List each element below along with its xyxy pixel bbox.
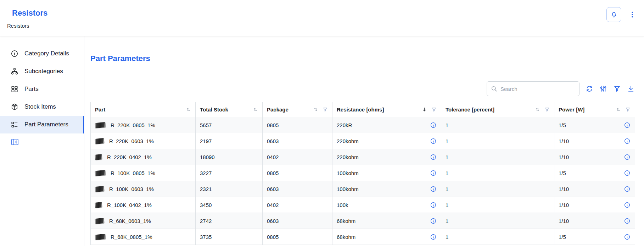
power-info-button[interactable] — [624, 154, 631, 160]
resistance-info-button[interactable] — [430, 154, 437, 160]
breadcrumb[interactable]: Resistors — [7, 23, 47, 29]
notifications-button[interactable] — [606, 7, 621, 22]
part-name: R_68K_0805_1% — [111, 234, 152, 240]
refresh-button[interactable] — [586, 85, 593, 93]
table-row[interactable]: R_68K_0805_1% 3735 0805 68kohm 1 1/5 — [91, 229, 635, 245]
resistance-info-button[interactable] — [430, 218, 437, 224]
resistance-cell: 100k — [332, 197, 441, 213]
sort-icon[interactable] — [313, 107, 318, 112]
tolerance-cell: 1 — [441, 213, 554, 229]
part-name: R_220K_0805_1% — [111, 122, 155, 128]
resistance-cell: 220kohm — [332, 149, 441, 165]
search-input[interactable] — [500, 86, 576, 92]
power-info-button[interactable] — [624, 122, 631, 129]
sidebar-item-stock-items[interactable]: Stock Items — [0, 98, 84, 116]
power-info-button[interactable] — [624, 186, 631, 192]
table-row[interactable]: R_220K_0402_1% 18090 0402 220kohm 1 1/10 — [91, 149, 635, 165]
info-icon — [624, 234, 631, 240]
package-cell: 0805 — [263, 229, 332, 245]
package-cell: 0603 — [263, 213, 332, 229]
column-filter-icon[interactable] — [431, 107, 437, 112]
tolerance-cell: 1 — [441, 197, 554, 213]
search-box[interactable] — [487, 81, 579, 96]
column-header-total-stock[interactable]: Total Stock — [196, 102, 263, 117]
tolerance-cell: 1 — [441, 149, 554, 165]
part-thumbnail — [95, 234, 106, 240]
info-icon — [624, 186, 631, 192]
power-cell: 1/10 — [554, 149, 635, 165]
sort-icon[interactable] — [186, 107, 191, 112]
power-info-button[interactable] — [624, 202, 631, 208]
overflow-menu-button[interactable] — [628, 11, 636, 18]
column-header-tolerance[interactable]: Tolerance [percent] — [441, 102, 554, 117]
part-thumbnail — [95, 122, 106, 128]
part-thumbnail — [95, 138, 104, 144]
info-circle-icon — [11, 50, 18, 58]
sidebar-item-parts[interactable]: Parts — [0, 80, 84, 98]
sort-descending-icon[interactable] — [422, 107, 427, 112]
column-filter-icon[interactable] — [323, 107, 328, 112]
download-button[interactable] — [627, 85, 635, 93]
filter-button[interactable] — [613, 85, 621, 93]
sort-icon[interactable] — [616, 107, 621, 112]
sort-icon[interactable] — [535, 107, 540, 112]
resistance-info-button[interactable] — [430, 138, 437, 144]
resistance-info-button[interactable] — [430, 122, 437, 129]
column-header-power[interactable]: Power [W] — [554, 102, 635, 117]
sort-icon[interactable] — [253, 107, 258, 112]
table-row[interactable]: R_68K_0603_1% 2742 0603 68kohm 1 1/10 — [91, 213, 635, 229]
info-icon — [430, 218, 437, 224]
column-header-resistance[interactable]: Resistance [ohms] — [332, 102, 441, 117]
resistance-cell: 220kohm — [332, 133, 441, 149]
info-icon — [430, 122, 437, 129]
tolerance-cell: 1 — [441, 133, 554, 149]
table-row[interactable]: R_100K_0603_1% 2321 0603 100kohm 1 1/10 — [91, 181, 635, 197]
column-settings-button[interactable] — [599, 85, 607, 93]
power-info-button[interactable] — [624, 234, 631, 240]
total-stock-cell: 3735 — [196, 229, 263, 245]
sidebar-collapse-button[interactable] — [11, 138, 19, 147]
sidebar-item-label: Part Parameters — [24, 121, 68, 128]
resistance-cell: 68kohm — [332, 213, 441, 229]
sidebar: Category Details Subcategories Parts Sto… — [0, 36, 84, 246]
tolerance-cell: 1 — [441, 117, 554, 133]
power-info-button[interactable] — [624, 218, 631, 224]
part-name: R_220K_0603_1% — [109, 138, 154, 144]
section-title: Part Parameters — [90, 54, 635, 63]
page-title: Resistors — [12, 9, 47, 18]
grid-icon — [11, 85, 18, 93]
part-name: R_100K_0805_1% — [111, 170, 155, 176]
top-header: Resistors Resistors — [0, 0, 644, 36]
resistance-info-button[interactable] — [430, 170, 437, 176]
resistance-info-button[interactable] — [430, 234, 437, 240]
table-row[interactable]: R_100K_0805_1% 3227 0805 100kohm 1 1/5 — [91, 165, 635, 181]
bell-icon — [610, 11, 618, 18]
sidebar-item-label: Category Details — [24, 50, 69, 57]
sidebar-item-part-parameters[interactable]: Part Parameters — [0, 116, 84, 133]
column-header-part[interactable]: Part — [91, 102, 196, 117]
resistance-info-button[interactable] — [430, 202, 437, 208]
kebab-menu-icon — [628, 11, 636, 18]
sidebar-item-category-details[interactable]: Category Details — [0, 45, 84, 62]
info-icon — [430, 170, 437, 176]
info-icon — [624, 154, 631, 160]
package-cell: 0402 — [263, 197, 332, 213]
app-window: Resistors Resistors Category Details Sub… — [0, 0, 644, 246]
cube-icon — [11, 103, 18, 111]
column-filter-icon[interactable] — [625, 107, 631, 112]
sidebar-item-label: Parts — [24, 86, 39, 93]
package-cell: 0805 — [263, 117, 332, 133]
power-cell: 1/10 — [554, 181, 635, 197]
checklist-icon — [11, 121, 18, 129]
table-row[interactable]: R_100K_0402_1% 3450 0402 100k 1 1/10 — [91, 197, 635, 213]
column-filter-icon[interactable] — [544, 107, 550, 112]
resistance-info-button[interactable] — [430, 186, 437, 192]
power-cell: 1/5 — [554, 165, 635, 181]
part-name: R_100K_0402_1% — [107, 202, 152, 208]
sidebar-item-subcategories[interactable]: Subcategories — [0, 62, 84, 80]
table-row[interactable]: R_220K_0603_1% 2197 0603 220kohm 1 1/10 — [91, 133, 635, 149]
power-info-button[interactable] — [624, 138, 631, 144]
power-info-button[interactable] — [624, 170, 631, 176]
table-row[interactable]: R_220K_0805_1% 5657 0805 220kR 1 1/5 — [91, 117, 635, 133]
column-header-package[interactable]: Package — [263, 102, 332, 117]
